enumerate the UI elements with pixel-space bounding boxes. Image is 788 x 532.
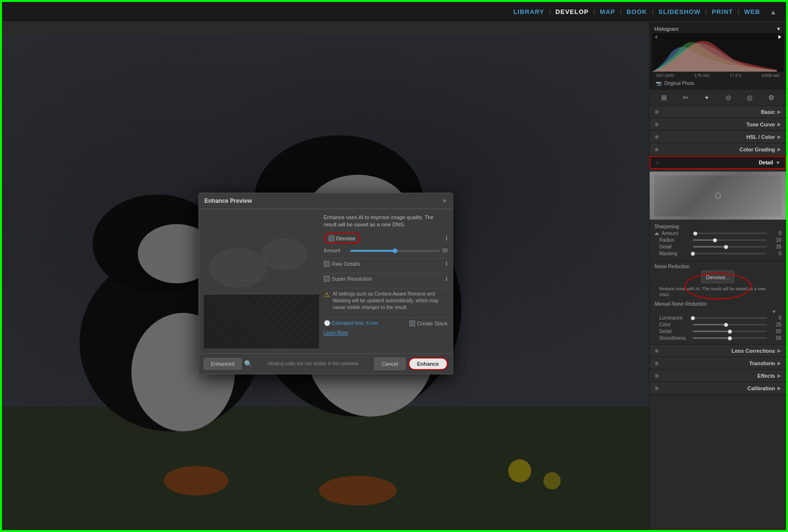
transform-header[interactable]: ◉ Transform ▶ bbox=[650, 357, 786, 369]
detail-thumbnail bbox=[654, 175, 781, 216]
sharpening-amount-label: Amount bbox=[662, 231, 695, 236]
denoise-row: Denoise ℹ bbox=[324, 232, 448, 245]
sharpening-amount-row: Amount 0 bbox=[654, 231, 781, 236]
color-nr-fill bbox=[693, 324, 726, 325]
preview-svg bbox=[204, 214, 319, 348]
super-resolution-info-icon[interactable]: ℹ bbox=[445, 275, 448, 282]
calibration-eye-icon[interactable]: ◉ bbox=[654, 385, 659, 391]
denoise-info-icon[interactable]: ℹ bbox=[445, 235, 448, 242]
estimated-time: 🕐 Estimated time: 6 min. bbox=[324, 320, 380, 326]
basic-section-header[interactable]: ◉ Basic ▶ bbox=[650, 106, 786, 118]
lens-corrections-header[interactable]: ◉ Lens Corrections ▶ bbox=[650, 345, 786, 357]
create-stack-checkbox[interactable] bbox=[409, 321, 415, 326]
detail-toggle-icon[interactable]: ▼ bbox=[776, 160, 780, 165]
lens-corrections-title: Lens Corrections bbox=[662, 348, 775, 354]
color-grading-header[interactable]: ◉ Color Grading ▶ bbox=[650, 143, 786, 155]
calibration-header[interactable]: ◉ Calibration ▶ bbox=[650, 382, 786, 394]
sharpening-amount-triangle bbox=[654, 232, 659, 235]
histogram-menu-icon[interactable]: ▼ bbox=[776, 26, 781, 32]
lens-eye-icon[interactable]: ◉ bbox=[654, 347, 659, 354]
transform-toggle[interactable]: ▶ bbox=[777, 360, 781, 366]
tone-curve-section: ◉ Tone Curve ▶ bbox=[650, 118, 786, 131]
clip-left-icon bbox=[654, 35, 657, 39]
tone-curve-title: Tone Curve bbox=[662, 122, 775, 127]
denoise-checkbox[interactable] bbox=[329, 235, 334, 241]
color-grading-title: Color Grading bbox=[662, 147, 775, 152]
tone-curve-toggle[interactable]: ▶ bbox=[777, 122, 781, 127]
hsl-toggle[interactable]: ▶ bbox=[777, 134, 781, 139]
nav-slideshow[interactable]: Slideshow bbox=[653, 8, 705, 15]
denoise-checkbox-wrapper[interactable]: Denoise bbox=[324, 233, 360, 244]
crop-icon[interactable]: ✂ bbox=[680, 92, 691, 103]
transform-eye-icon[interactable]: ◉ bbox=[654, 360, 659, 366]
hsl-header[interactable]: ◉ HSL / Color ▶ bbox=[650, 131, 786, 143]
raw-details-checkbox[interactable] bbox=[324, 261, 330, 267]
svg-line-21 bbox=[204, 261, 319, 268]
cancel-button[interactable]: Cancel bbox=[374, 358, 405, 370]
amount-slider[interactable] bbox=[350, 250, 440, 252]
photo-canvas: Enhance Preview × bbox=[2, 37, 649, 530]
histogram-svg bbox=[652, 33, 784, 72]
luminance-slider[interactable] bbox=[693, 317, 767, 319]
enhanced-button[interactable]: Enhanced bbox=[204, 358, 242, 370]
denoise-button[interactable]: Denoise... bbox=[702, 271, 734, 283]
basic-eye-icon[interactable]: ◉ bbox=[654, 109, 659, 115]
masking-icon[interactable]: ⊙ bbox=[723, 92, 734, 103]
healing-icon[interactable]: ✦ bbox=[702, 92, 712, 103]
zoom-icon[interactable]: 🔍 bbox=[244, 360, 252, 368]
manual-nr-toggle-icon[interactable]: ▼ bbox=[772, 309, 776, 314]
color-grading-section: ◉ Color Grading ▶ bbox=[650, 143, 786, 156]
nav-book[interactable]: Book bbox=[622, 8, 652, 15]
learn-more-link[interactable]: Learn More bbox=[324, 330, 448, 335]
smoothness-thumb bbox=[728, 336, 732, 340]
sharpening-detail-slider[interactable] bbox=[693, 246, 767, 247]
luminance-thumb bbox=[691, 316, 695, 320]
sharpening-radius-slider[interactable] bbox=[693, 239, 767, 241]
detail-eye-icon[interactable]: ○ bbox=[655, 160, 659, 165]
effects-eye-icon[interactable]: ◉ bbox=[654, 372, 659, 379]
enhance-button[interactable]: Enhance bbox=[408, 358, 448, 370]
calibration-section: ◉ Calibration ▶ bbox=[650, 382, 786, 395]
basic-toggle-icon[interactable]: ▶ bbox=[777, 109, 781, 114]
sharpening-detail-row: Detail 25 bbox=[654, 244, 781, 249]
nav-develop[interactable]: Develop bbox=[551, 8, 593, 15]
histogram-clip-right[interactable] bbox=[777, 35, 782, 39]
sharpening-title: Sharpening bbox=[654, 224, 781, 229]
raw-details-info-icon[interactable]: ℹ bbox=[445, 260, 448, 267]
noise-reduction-section: Noise Reduction Denoise... Reduce noise … bbox=[650, 262, 786, 344]
nav-print[interactable]: Print bbox=[707, 8, 738, 15]
divider-1 bbox=[650, 260, 786, 261]
hsl-eye-icon[interactable]: ◉ bbox=[654, 134, 659, 140]
color-grading-eye-icon[interactable]: ◉ bbox=[654, 146, 659, 152]
super-resolution-label: Super Resolution bbox=[332, 276, 372, 282]
sharpening-amount-slider[interactable] bbox=[695, 233, 767, 234]
settings-icon[interactable]: ⚙ bbox=[766, 92, 777, 103]
color-grading-toggle[interactable]: ▶ bbox=[777, 147, 781, 152]
smoothness-slider[interactable] bbox=[693, 337, 767, 339]
redeye-icon[interactable]: ◎ bbox=[744, 92, 755, 103]
nav-map[interactable]: Map bbox=[595, 8, 620, 15]
super-resolution-checkbox[interactable] bbox=[324, 276, 330, 282]
nav-web[interactable]: Web bbox=[739, 8, 765, 15]
color-nr-slider[interactable] bbox=[693, 324, 767, 325]
svg-line-20 bbox=[204, 241, 319, 247]
calibration-toggle[interactable]: ▶ bbox=[777, 385, 781, 391]
detail-section-header[interactable]: ○ Detail ▼ bbox=[650, 156, 786, 169]
dialog-description-text: Enhance uses AI to improve image quality… bbox=[324, 214, 448, 229]
tone-curve-eye-icon[interactable]: ◉ bbox=[654, 121, 659, 127]
smoothness-fill bbox=[693, 337, 730, 339]
tone-curve-header[interactable]: ◉ Tone Curve ▶ bbox=[650, 118, 786, 130]
effects-header[interactable]: ◉ Effects ▶ bbox=[650, 370, 786, 382]
nav-library[interactable]: Library bbox=[508, 8, 549, 15]
dialog-title-bar: Enhance Preview × bbox=[199, 193, 453, 209]
sharpening-detail-fill bbox=[693, 246, 726, 247]
histogram-clip-left[interactable] bbox=[653, 35, 658, 39]
sharpening-masking-slider[interactable] bbox=[693, 253, 767, 254]
sharpening-radius-row: Radius 10 bbox=[654, 237, 781, 243]
dialog-close-button[interactable]: × bbox=[443, 197, 446, 205]
presets-icon[interactable]: ⊞ bbox=[659, 92, 669, 103]
dialog-buttons: Enhanced 🔍 Healing edits are not visible… bbox=[199, 353, 453, 374]
detail-nr-slider[interactable] bbox=[693, 331, 767, 332]
effects-toggle[interactable]: ▶ bbox=[777, 373, 781, 378]
lens-toggle[interactable]: ▶ bbox=[777, 348, 781, 353]
